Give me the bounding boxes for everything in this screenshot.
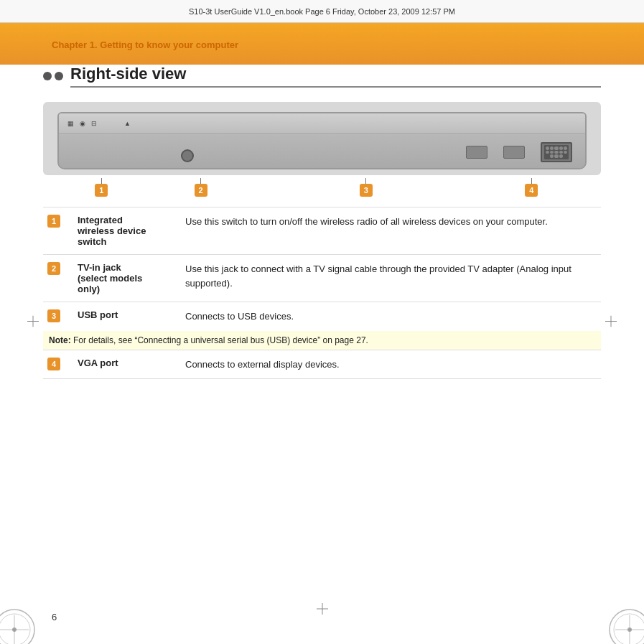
crosshair-left [27,315,39,329]
table-row: 2 TV-in jack(select modelsonly) Use this… [43,255,601,302]
item-2-term: TV-in jack(select modelsonly) [72,255,179,302]
item-3-badge: 3 [47,309,60,322]
item-3-term: USB port [72,302,179,331]
item-3-definition: Connects to USB devices. [179,302,601,331]
laptop-bottom-strip [59,134,585,169]
crosshair-right [605,315,617,329]
section-title: Right-side view [70,65,601,88]
item-4-term: VGA port [72,350,179,379]
header-text: S10-3t UserGuide V1.0_en.book Page 6 Fri… [189,7,455,16]
main-content: Right-side view ▦ ◉ ⊟ ▲ [43,65,601,601]
callout-2-container: 2 [146,178,256,197]
description-table: 1 Integratedwireless deviceswitch Use th… [43,207,601,379]
laptop-illustration-container: ▦ ◉ ⊟ ▲ [43,102,601,175]
item-1-badge: 1 [47,215,60,228]
note-text: For details, see “Connecting a universal… [73,335,368,345]
item-2-number-cell: 2 [43,255,72,302]
item-2-definition: Use this jack to connect with a TV signa… [179,255,601,302]
callout-4-container: 4 [476,178,587,197]
table-row: 4 VGA port Connects to external display … [43,350,601,379]
callout-3-container: 3 [256,178,476,197]
dot-2 [55,72,63,80]
item-1-term: Integratedwireless deviceswitch [72,207,179,255]
item-2-badge: 2 [47,262,60,275]
port-circular [181,149,194,162]
table-row: 1 Integratedwireless deviceswitch Use th… [43,207,601,255]
page-header: S10-3t UserGuide V1.0_en.book Page 6 Fri… [0,0,644,23]
port-usb-2 [503,146,525,159]
item-1-number-cell: 1 [43,207,72,255]
icon-signal: ▲ [124,120,131,127]
svg-point-15 [610,610,644,644]
callout-badge-1: 1 [95,184,108,197]
item-4-number-cell: 4 [43,350,72,379]
callout-badge-4: 4 [525,184,538,197]
icon-memory: ▦ [67,120,74,127]
item-1-definition: Use this switch to turn on/off the wirel… [179,207,601,255]
table-row: 3 USB port Connects to USB devices. [43,302,601,331]
laptop-body: ▦ ◉ ⊟ ▲ [57,112,587,169]
icon-connector: ⊟ [91,120,97,127]
crosshair-bottom [317,603,328,617]
icon-cd: ◉ [80,120,85,127]
section-heading-container: Right-side view [43,65,601,88]
port-vga [541,142,572,162]
note-cell: Note: For details, see “Connecting a uni… [43,331,601,350]
note-label: Note: [49,335,71,345]
section-dots [43,72,63,80]
callout-1-container: 1 [57,178,146,197]
item-4-definition: Connects to external display devices. [179,350,601,379]
item-4-badge: 4 [47,358,60,370]
callout-badge-3: 3 [360,184,373,197]
callout-badge-2: 2 [195,184,207,197]
svg-point-10 [0,610,34,644]
page-number: 6 [52,612,57,622]
note-row: Note: For details, see “Connecting a uni… [43,331,601,350]
laptop-top-strip: ▦ ◉ ⊟ ▲ [59,113,585,134]
chapter-heading: Chapter 1. Getting to know your computer [52,39,238,50]
dot-1 [43,72,52,80]
item-3-number-cell: 3 [43,302,72,331]
callout-numbers-row: 1 2 3 4 [43,178,601,197]
port-usb-1 [466,146,487,159]
